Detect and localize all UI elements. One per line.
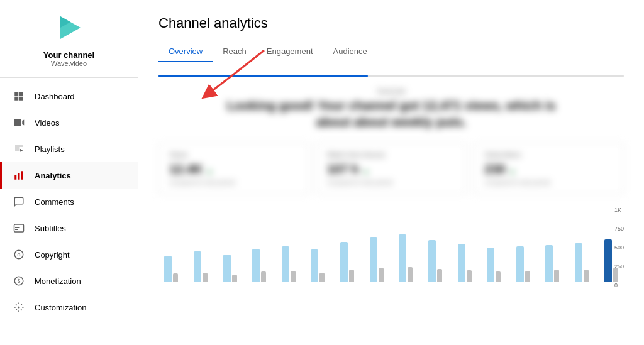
bar-gray <box>554 270 559 282</box>
y-label: 500 <box>614 244 624 251</box>
y-label: 750 <box>614 226 624 232</box>
dashboard-icon <box>12 89 26 103</box>
bar-gray <box>261 271 266 282</box>
stat-footer: compared to last period <box>169 179 298 186</box>
bar-blue <box>545 245 553 282</box>
tab-overview[interactable]: Overview <box>158 41 213 62</box>
stat-label: Watch time (hours) <box>327 151 456 158</box>
bar-gray <box>379 268 384 282</box>
tab-engagement[interactable]: Engagement <box>257 41 323 62</box>
sidebar-item-videos[interactable]: Videos <box>0 109 138 136</box>
y-label: 250 <box>614 263 624 270</box>
svg-marker-4 <box>20 149 23 152</box>
stat-value: 107 h ▲ <box>327 162 456 177</box>
tab-reach[interactable]: Reach <box>213 41 257 62</box>
sidebar-item-label: Playlists <box>35 145 65 154</box>
blurred-banner: Good job Looking good! Your channel got … <box>158 87 624 130</box>
sidebar-item-label: Subtitles <box>35 224 66 233</box>
bar-gray <box>408 267 413 282</box>
bar-group <box>393 234 419 282</box>
tab-audience[interactable]: Audience <box>323 41 377 62</box>
sidebar-item-playlists[interactable]: Playlists <box>0 136 138 162</box>
bar-group <box>188 251 214 282</box>
bar-group <box>276 246 302 282</box>
sidebar-item-analytics[interactable]: Analytics <box>0 162 138 189</box>
channel-info: Your channel Wave.video <box>0 10 138 78</box>
blurred-headline: Looking good! Your channel got 12,471 vi… <box>158 97 624 130</box>
bar-group <box>158 256 184 282</box>
stat-card-subscribers: Subscribers 230 ▲ compared to last perio… <box>474 143 624 194</box>
stat-value: 230 ▲ <box>484 162 613 177</box>
bar-gray <box>525 271 530 282</box>
bar-blue <box>458 244 465 282</box>
bar-gray <box>437 269 442 282</box>
svg-rect-6 <box>18 173 20 180</box>
sidebar-item-label: Copyright <box>35 250 70 260</box>
channel-logo <box>52 10 87 45</box>
bar-gray <box>173 273 178 282</box>
sidebar-item-dashboard[interactable]: Dashboard <box>0 83 138 109</box>
channel-name: Your channel <box>43 50 94 60</box>
progress-bar-container <box>158 75 624 77</box>
sidebar-item-copyright[interactable]: C Copyright <box>0 241 138 268</box>
stats-row: Views 12.4K ▲ compared to last period Wa… <box>158 143 624 194</box>
blurred-subtitle: Good job <box>158 87 624 95</box>
bar-gray <box>203 273 208 282</box>
bar-blue <box>311 249 318 282</box>
sidebar-item-subtitles[interactable]: Subtitles <box>0 215 138 241</box>
bar-blue <box>428 240 436 282</box>
sidebar-item-label: Monetization <box>35 277 81 286</box>
bar-group <box>217 255 243 282</box>
bar-blue <box>516 246 524 282</box>
bar-group <box>569 243 595 282</box>
bar-blue <box>487 248 494 282</box>
stat-card-watchtime: Watch time (hours) 107 h ▲ compared to l… <box>316 143 467 194</box>
page-title: Channel analytics <box>158 15 624 31</box>
chart-section: 1K 750 500 250 0 <box>158 207 624 301</box>
stat-footer: compared to last period <box>484 179 613 186</box>
sidebar-item-label: Videos <box>35 118 60 128</box>
bar-blue <box>252 249 260 282</box>
bar-blue <box>194 251 201 282</box>
stat-label: Views <box>169 151 298 158</box>
bar-blue <box>282 246 289 282</box>
nav-list-container: Dashboard Videos Playlists <box>0 78 138 345</box>
bar-blue <box>604 239 612 282</box>
progress-bar-fill <box>158 75 368 77</box>
bar-group <box>540 245 565 282</box>
svg-marker-3 <box>22 120 24 126</box>
bar-group <box>452 244 477 282</box>
stat-footer: compared to last period <box>327 179 456 186</box>
svg-rect-5 <box>14 175 16 180</box>
monetization-icon: $ <box>12 274 26 288</box>
comments-icon <box>12 195 26 209</box>
bar-blue <box>370 237 377 282</box>
sidebar-item-monetization[interactable]: $ Monetization <box>0 268 138 294</box>
y-label: 1K <box>614 207 624 213</box>
bar-blue <box>223 255 231 282</box>
bar-gray <box>291 271 296 282</box>
bar-blue <box>164 256 172 282</box>
chart-container <box>158 207 624 295</box>
y-label: 0 <box>614 282 624 288</box>
video-icon <box>12 116 26 129</box>
tab-nav: Overview Reach Engagement Audience <box>158 41 624 62</box>
bar-gray <box>467 270 472 282</box>
svg-rect-7 <box>21 171 23 180</box>
bar-gray <box>496 271 501 282</box>
bar-gray <box>584 270 589 282</box>
channel-handle: Wave.video <box>51 60 87 67</box>
svg-text:$: $ <box>18 278 21 284</box>
sidebar-item-comments[interactable]: Comments <box>0 189 138 215</box>
svg-point-13 <box>18 307 20 309</box>
main-content: Channel analytics Overview Reach Engagem… <box>138 0 644 345</box>
bar-group <box>481 248 507 282</box>
subtitles-icon <box>12 221 26 235</box>
bar-group <box>364 237 389 282</box>
bar-group <box>335 242 360 282</box>
stat-label: Subscribers <box>484 151 613 158</box>
analytics-icon <box>12 168 26 182</box>
sidebar-item-customization[interactable]: Customization <box>0 294 138 320</box>
y-axis-labels: 1K 750 500 250 0 <box>614 207 624 288</box>
bar-gray <box>319 273 325 282</box>
